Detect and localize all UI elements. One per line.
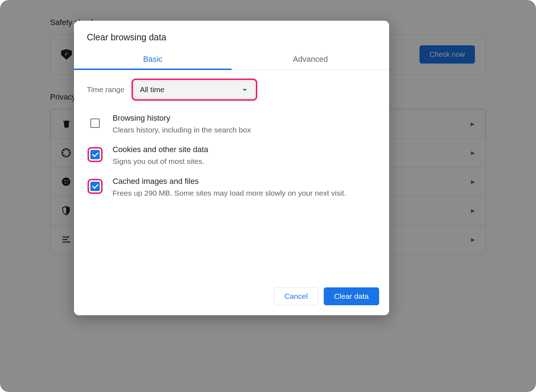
option-title: Browsing history	[113, 114, 376, 123]
browsing-history-checkbox[interactable]	[90, 119, 100, 128]
option-cached: Cached images and files Frees up 290 MB.…	[87, 177, 376, 198]
time-range-select[interactable]: All time	[134, 81, 255, 99]
option-browsing-history: Browsing history Clears history, includi…	[87, 114, 376, 135]
dialog-title: Clear browsing data	[74, 21, 389, 50]
checkbox-highlight	[88, 179, 103, 194]
cookies-checkbox[interactable]	[90, 150, 100, 159]
option-cookies: Cookies and other site data Signs you ou…	[87, 145, 376, 166]
tab-advanced[interactable]: Advanced	[232, 50, 389, 70]
option-desc: Signs you out of most sites.	[113, 156, 376, 166]
dialog-tabs: Basic Advanced	[74, 50, 389, 70]
option-title: Cached images and files	[113, 177, 376, 186]
tab-basic[interactable]: Basic	[74, 50, 232, 70]
checkbox-container	[88, 116, 103, 131]
checkbox-highlight	[88, 147, 103, 162]
cached-checkbox[interactable]	[90, 182, 100, 191]
option-desc: Clears history, including in the search …	[113, 125, 376, 135]
clear-browsing-data-dialog: Clear browsing data Basic Advanced Time …	[74, 21, 389, 315]
clear-data-button[interactable]: Clear data	[324, 287, 379, 305]
cancel-button[interactable]: Cancel	[274, 287, 318, 305]
option-desc: Frees up 290 MB. Some sites may load mor…	[113, 188, 376, 198]
time-range-highlight: All time	[131, 79, 257, 101]
time-range-label: Time range	[87, 85, 124, 94]
option-title: Cookies and other site data	[113, 145, 376, 154]
